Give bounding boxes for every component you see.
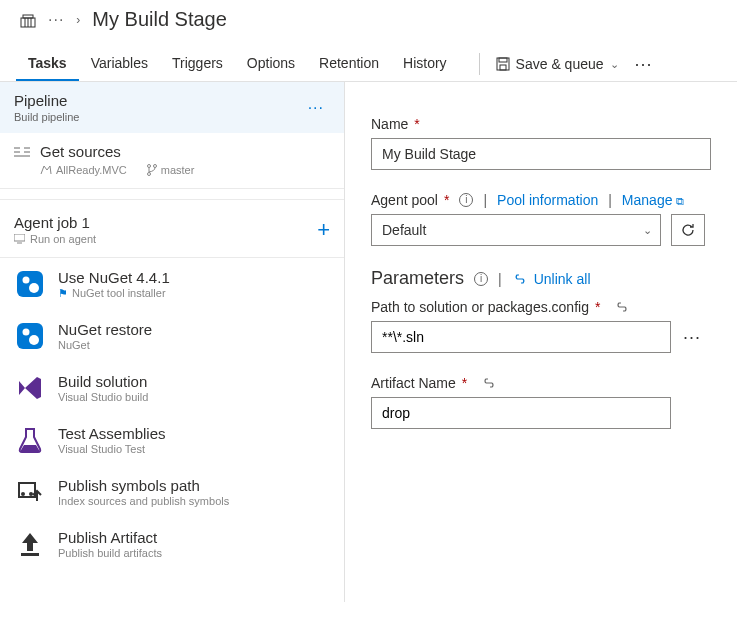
- publish-artifact-icon: [14, 528, 46, 560]
- repo-badge: AllReady.MVC: [40, 164, 127, 176]
- svg-point-26: [29, 492, 33, 496]
- agent-pool-label: Agent pool*: [371, 192, 449, 208]
- pipeline-tree: Pipeline Build pipeline ··· Get sources …: [0, 82, 345, 602]
- task-build-solution[interactable]: Build solution Visual Studio build: [0, 362, 344, 414]
- visual-studio-icon: [14, 372, 46, 404]
- artifact-name-label: Artifact Name*: [371, 375, 717, 391]
- tab-options[interactable]: Options: [235, 47, 307, 81]
- task-test-assemblies[interactable]: Test Assemblies Visual Studio Test: [0, 414, 344, 466]
- agent-pool-select[interactable]: Default ⌄: [371, 214, 661, 246]
- pool-information-link[interactable]: Pool information: [497, 192, 598, 208]
- parameters-heading: Parameters: [371, 268, 464, 289]
- external-link-icon: ⧉: [676, 195, 684, 207]
- path-label: Path to solution or packages.config*: [371, 299, 717, 315]
- manage-link[interactable]: Manage ⧉: [622, 192, 684, 208]
- chevron-down-icon: ⌄: [610, 58, 619, 71]
- task-publish-artifact[interactable]: Publish Artifact Publish build artifacts: [0, 518, 344, 570]
- svg-rect-21: [17, 323, 43, 349]
- task-subtitle: Publish build artifacts: [58, 547, 162, 559]
- add-task-button[interactable]: +: [317, 219, 330, 241]
- save-icon: [496, 57, 510, 71]
- project-icon: [20, 12, 36, 28]
- task-title: Test Assemblies: [58, 425, 166, 442]
- nuget-icon: [14, 268, 46, 300]
- flag-icon: ⚑: [58, 287, 68, 300]
- task-nuget-restore[interactable]: NuGet restore NuGet: [0, 310, 344, 362]
- svg-point-20: [29, 283, 39, 293]
- solution-path-input[interactable]: [371, 321, 671, 353]
- svg-rect-16: [14, 234, 25, 241]
- save-and-queue-button[interactable]: Save & queue ⌄: [494, 52, 621, 76]
- task-use-nuget[interactable]: Use NuGet 4.4.1 ⚑ NuGet tool installer: [0, 258, 344, 310]
- agent-job-node[interactable]: Agent job 1 Run on agent +: [0, 199, 344, 258]
- branch-badge: master: [147, 164, 195, 176]
- svg-rect-7: [500, 65, 506, 70]
- task-title: Publish Artifact: [58, 529, 162, 546]
- task-publish-symbols[interactable]: Publish symbols path Index sources and p…: [0, 466, 344, 518]
- task-subtitle: Visual Studio build: [58, 391, 148, 403]
- tabs: Tasks Variables Triggers Options Retenti…: [16, 47, 459, 81]
- browse-button[interactable]: ···: [681, 327, 703, 348]
- chevron-right-icon: ›: [76, 13, 80, 27]
- more-actions-button[interactable]: ···: [635, 54, 653, 75]
- task-subtitle: Visual Studio Test: [58, 443, 166, 455]
- name-input[interactable]: [371, 138, 711, 170]
- breadcrumb-ellipsis[interactable]: ···: [48, 11, 64, 29]
- tab-tasks[interactable]: Tasks: [16, 47, 79, 81]
- tab-triggers[interactable]: Triggers: [160, 47, 235, 81]
- svg-point-25: [21, 492, 25, 496]
- task-title: Use NuGet 4.4.1: [58, 269, 170, 286]
- svg-point-14: [153, 165, 156, 168]
- tabs-bar: Tasks Variables Triggers Options Retenti…: [0, 47, 737, 82]
- publish-symbols-icon: [14, 476, 46, 508]
- svg-rect-18: [17, 271, 43, 297]
- page-title: My Build Stage: [92, 8, 227, 31]
- task-title: Publish symbols path: [58, 477, 229, 494]
- unlink-all-link[interactable]: Unlink all: [512, 271, 591, 287]
- info-icon[interactable]: i: [474, 272, 488, 286]
- svg-point-19: [23, 277, 30, 284]
- nuget-icon: [14, 320, 46, 352]
- task-title: NuGet restore: [58, 321, 152, 338]
- chevron-down-icon: ⌄: [643, 224, 652, 237]
- tab-retention[interactable]: Retention: [307, 47, 391, 81]
- link-icon: [481, 378, 497, 388]
- svg-rect-1: [23, 15, 33, 18]
- svg-rect-6: [499, 58, 507, 62]
- pipeline-node[interactable]: Pipeline Build pipeline ···: [0, 82, 344, 133]
- task-subtitle: NuGet: [58, 339, 152, 351]
- save-label: Save & queue: [516, 56, 604, 72]
- info-icon[interactable]: i: [459, 193, 473, 207]
- divider: [479, 53, 480, 75]
- svg-point-22: [23, 329, 30, 336]
- pipeline-node-subtitle: Build pipeline: [14, 111, 79, 123]
- tab-variables[interactable]: Variables: [79, 47, 160, 81]
- svg-point-23: [29, 335, 39, 345]
- svg-point-15: [147, 173, 150, 176]
- test-flask-icon: [14, 424, 46, 456]
- tab-history[interactable]: History: [391, 47, 459, 81]
- breadcrumb: ··· › My Build Stage: [0, 0, 737, 35]
- sources-icon: [14, 146, 30, 158]
- pipeline-more-button[interactable]: ···: [302, 99, 330, 117]
- svg-point-13: [147, 165, 150, 168]
- get-sources-title: Get sources: [40, 143, 121, 160]
- get-sources-node[interactable]: Get sources AllReady.MVC master: [0, 133, 344, 189]
- artifact-name-input[interactable]: [371, 397, 671, 429]
- properties-pane: Name* Agent pool* i | Pool information |…: [345, 82, 737, 602]
- task-title: Build solution: [58, 373, 148, 390]
- task-subtitle: Index sources and publish symbols: [58, 495, 229, 507]
- link-icon: [614, 302, 630, 312]
- name-label: Name*: [371, 116, 717, 132]
- pipeline-node-title: Pipeline: [14, 92, 79, 109]
- task-subtitle: ⚑ NuGet tool installer: [58, 287, 170, 300]
- agent-job-title: Agent job 1: [14, 214, 96, 231]
- refresh-pool-button[interactable]: [671, 214, 705, 246]
- agent-job-subtitle: Run on agent: [14, 233, 96, 245]
- svg-rect-27: [21, 553, 39, 556]
